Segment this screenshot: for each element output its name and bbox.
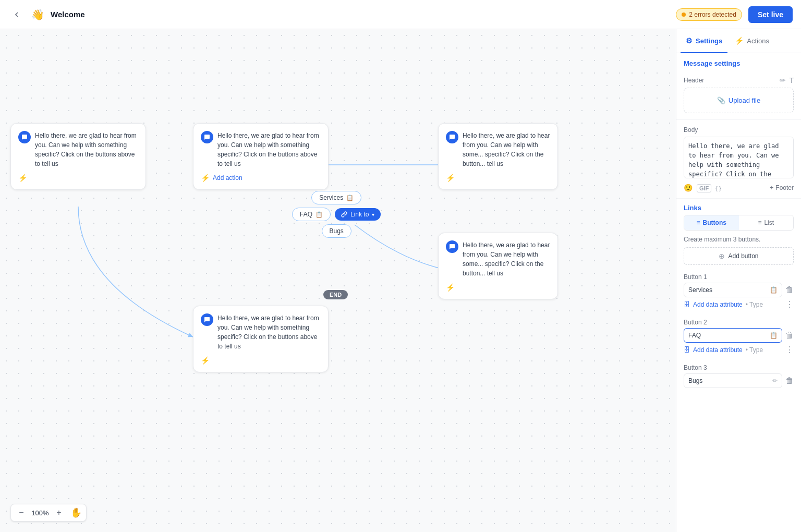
button-2-data-attr: 🗄 Add data attribute • Type ⋮	[684, 343, 794, 358]
node-5-icon	[201, 313, 213, 326]
errors-text: 2 errors detected	[689, 11, 736, 18]
title-emoji: 👋	[31, 8, 44, 21]
button-2-input[interactable]: FAQ 📋	[684, 328, 782, 343]
bugs-flow-btn[interactable]: Bugs	[322, 224, 351, 238]
main-layout: Hello there, we are glad to hear from yo…	[0, 29, 801, 532]
toggle-list-btn[interactable]: ≡ List	[739, 215, 794, 230]
node-3-action-icon: ⚡	[446, 174, 455, 182]
edit-icon-button[interactable]: ✏	[780, 76, 786, 84]
add-button-row[interactable]: ⊕ Add button	[684, 247, 794, 265]
link-to-button[interactable]: Link to ▾	[335, 208, 381, 221]
node-1-action-icon: ⚡	[18, 174, 27, 182]
settings-tab-icon: ⚙	[686, 37, 693, 45]
actions-tab-icon: ⚡	[735, 37, 744, 45]
text-icon-button[interactable]: T	[789, 76, 794, 84]
button-1-item: Button 1 Services 📋 🗑 🗄 Add data attribu…	[676, 270, 801, 316]
footer-label: Footer	[775, 184, 794, 191]
add-button-label: Add button	[728, 252, 758, 260]
add-circle-icon: ⊕	[719, 252, 725, 260]
errors-badge: 2 errors detected	[676, 8, 742, 21]
node-1[interactable]: Hello there, we are glad to hear from yo…	[10, 123, 146, 190]
add-data-text-2[interactable]: Add data attribute	[693, 346, 743, 354]
node-5-action-icon: ⚡	[201, 356, 210, 365]
more-button-2[interactable]: ⋮	[785, 345, 794, 355]
paperclip-icon: 📎	[717, 96, 725, 104]
actions-tab-label: Actions	[747, 37, 769, 45]
header-section: Header ✏ T 📎 Upload file	[676, 70, 801, 120]
button-3-label: Button 3	[684, 364, 794, 371]
links-title: Links	[676, 199, 801, 215]
button-3-icon: ✏	[772, 377, 778, 384]
button-2-delete[interactable]: 🗑	[785, 331, 794, 340]
body-actions: 🙂 GIF { } + Footer	[684, 184, 794, 192]
upload-area[interactable]: 📎 Upload file	[684, 88, 794, 113]
zoom-out-button[interactable]: −	[15, 506, 28, 519]
add-data-text-1[interactable]: Add data attribute	[693, 301, 743, 308]
tab-actions[interactable]: ⚡ Actions	[730, 29, 774, 53]
services-label: Services	[319, 194, 343, 201]
more-button-1[interactable]: ⋮	[785, 299, 794, 309]
chevron-down-icon: ▾	[372, 212, 374, 217]
create-max-text: Create maximum 3 buttons.	[676, 236, 801, 247]
button-2-input-row: FAQ 📋 🗑	[684, 328, 794, 343]
faq-icon: 📋	[315, 211, 323, 218]
services-flow-btn[interactable]: Services 📋	[311, 191, 361, 204]
list-toggle-icon: ≡	[758, 219, 761, 226]
bugs-label: Bugs	[330, 227, 344, 235]
services-icon: 📋	[346, 195, 354, 201]
gif-button[interactable]: 🙂	[684, 184, 693, 192]
gif-text: GIF	[697, 184, 711, 192]
gif-label-button[interactable]: GIF	[697, 184, 711, 192]
errors-dot	[682, 13, 686, 17]
buttons-toggle-icon: ≡	[697, 219, 700, 226]
node-2-text: Hello there, we are glad to hear from yo…	[217, 131, 321, 168]
canvas[interactable]: Hello there, we are glad to hear from yo…	[0, 29, 676, 532]
body-label: Body	[684, 126, 794, 134]
faq-label: FAQ	[300, 211, 312, 218]
message-settings-title: Message settings	[676, 53, 801, 70]
header-label: Header ✏ T	[684, 76, 794, 84]
code-button[interactable]: { }	[715, 184, 721, 192]
zoom-in-button[interactable]: +	[53, 506, 65, 519]
hand-tool-button[interactable]: ✋	[70, 507, 82, 518]
gif-icon: 🙂	[684, 184, 693, 192]
button-3-delete[interactable]: 🗑	[785, 376, 794, 385]
node-2-action-icon: ⚡	[201, 174, 210, 182]
toggle-buttons-btn[interactable]: ≡ Buttons	[684, 215, 739, 230]
topbar: 👋 Welcome 2 errors detected Set live	[0, 0, 801, 29]
button-3-input[interactable]: Bugs ✏	[684, 373, 782, 388]
node-2[interactable]: Hello there, we are glad to hear from yo…	[193, 123, 329, 190]
toggle-group: ≡ Buttons ≡ List	[684, 215, 794, 231]
body-textarea[interactable]: Hello there, we are glad to hear from yo…	[684, 137, 794, 178]
node-3-icon	[446, 131, 458, 143]
settings-tab-label: Settings	[696, 37, 722, 45]
button-2-icon: 📋	[770, 332, 778, 339]
add-action-button[interactable]: Add action	[213, 174, 242, 182]
tab-settings[interactable]: ⚙ Settings	[681, 29, 727, 53]
faq-flow-btn[interactable]: FAQ 📋	[292, 208, 331, 221]
button-1-input-row: Services 📋 🗑	[684, 283, 794, 297]
set-live-button[interactable]: Set live	[748, 6, 793, 23]
node-3[interactable]: Hello there, we are glad to hear from yo…	[438, 123, 558, 190]
node-1-text: Hello there, we are glad to hear from yo…	[35, 131, 138, 168]
button-1-input[interactable]: Services 📋	[684, 283, 782, 297]
flow-buttons-group: Services 📋 FAQ 📋 Link to ▾ Bugs	[292, 191, 381, 238]
node-5[interactable]: Hello there, we are glad to hear from yo…	[193, 306, 329, 372]
back-button[interactable]	[8, 6, 25, 23]
link-to-label: Link to	[350, 211, 369, 218]
button-2-item: Button 2 FAQ 📋 🗑 🗄 Add data attribute • …	[676, 316, 801, 361]
node-5-text: Hello there, we are glad to hear from yo…	[217, 313, 321, 351]
right-panel: ⚙ Settings ⚡ Actions Message settings He…	[676, 29, 801, 532]
footer-button[interactable]: + Footer	[770, 184, 794, 191]
node-2-icon	[201, 131, 213, 143]
button-3-input-row: Bugs ✏ 🗑	[684, 373, 794, 388]
button-1-value: Services	[688, 286, 712, 294]
panel-tabs: ⚙ Settings ⚡ Actions	[676, 29, 801, 53]
button-1-delete[interactable]: 🗑	[785, 285, 794, 295]
node-4-action-icon: ⚡	[446, 283, 455, 292]
page-title: Welcome	[51, 10, 670, 19]
data-type-1: • Type	[746, 301, 763, 308]
node-4[interactable]: Hello there, we are glad to hear from yo…	[438, 233, 558, 299]
node-4-icon	[446, 240, 458, 253]
node-4-text: Hello there, we are glad to hear from yo…	[463, 240, 550, 278]
